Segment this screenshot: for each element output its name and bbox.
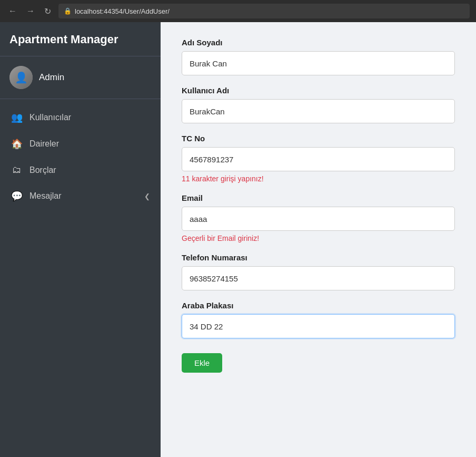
daireler-label: Daireler xyxy=(29,139,150,149)
input-adi-soyadi[interactable] xyxy=(182,51,455,75)
avatar-image: 👤 xyxy=(9,66,33,89)
lock-icon: 🔒 xyxy=(64,7,72,15)
label-tc-no: TC No xyxy=(182,134,455,143)
browser-chrome: ← → ↻ 🔒 localhost:44354/User/AddUser/ xyxy=(0,0,476,22)
forward-button[interactable]: → xyxy=(24,5,37,17)
back-button[interactable]: ← xyxy=(6,5,19,17)
form-group-adi-soyadi: Adı Soyadı xyxy=(182,38,455,75)
label-adi-soyadi: Adı Soyadı xyxy=(182,38,455,47)
input-tc-no[interactable] xyxy=(182,147,455,171)
submit-button[interactable]: Ekle xyxy=(182,353,222,373)
daireler-icon: 🏠 xyxy=(11,138,23,150)
borclar-label: Borçlar xyxy=(29,166,150,175)
input-telefon[interactable] xyxy=(182,266,455,290)
kullanicilar-label: Kullanıcılar xyxy=(29,113,150,122)
input-kullanici-adi[interactable] xyxy=(182,99,455,123)
form-group-kullanici-adi: Kullanıcı Adı xyxy=(182,86,455,123)
error-email: Geçerli bir Email giriniz! xyxy=(182,234,455,242)
label-telefon: Telefon Numarası xyxy=(182,253,455,262)
main-content: Adı Soyadı Kullanıcı Adı TC No 11 karakt… xyxy=(161,22,476,457)
sidebar-nav: 👥 Kullanıcılar 🏠 Daireler 🗂 Borçlar 💬 Me… xyxy=(0,99,161,209)
form-group-araba-plakasi: Araba Plakası xyxy=(182,301,455,338)
app-container: Apartment Manager 👤 Admin 👥 Kullanıcılar… xyxy=(0,22,476,457)
user-section: 👤 Admin xyxy=(0,56,161,99)
error-tc-no: 11 karakter girişi yapınız! xyxy=(182,174,455,183)
url-text: localhost:44354/User/AddUser/ xyxy=(75,7,170,15)
label-email: Email xyxy=(182,193,455,202)
mesajlar-label: Mesajlar xyxy=(29,191,138,201)
avatar: 👤 xyxy=(9,66,33,89)
sidebar-item-mesajlar[interactable]: 💬 Mesajlar ❮ xyxy=(0,183,161,209)
kullanicilar-icon: 👥 xyxy=(11,112,23,123)
form-group-tc-no: TC No 11 karakter girişi yapınız! xyxy=(182,134,455,183)
sidebar-item-borclar[interactable]: 🗂 Borçlar xyxy=(0,157,161,183)
mesajlar-arrow: ❮ xyxy=(144,192,150,200)
sidebar-item-daireler[interactable]: 🏠 Daireler xyxy=(0,131,161,157)
refresh-button[interactable]: ↻ xyxy=(42,5,53,17)
borclar-icon: 🗂 xyxy=(11,164,23,176)
sidebar-item-kullanicilar[interactable]: 👥 Kullanıcılar xyxy=(0,104,161,131)
input-araba-plakasi[interactable] xyxy=(182,314,455,338)
form-group-email: Email Geçerli bir Email giriniz! xyxy=(182,193,455,242)
label-araba-plakasi: Araba Plakası xyxy=(182,301,455,310)
mesajlar-icon: 💬 xyxy=(11,190,23,202)
address-bar[interactable]: 🔒 localhost:44354/User/AddUser/ xyxy=(58,4,470,18)
input-email[interactable] xyxy=(182,207,455,231)
app-title: Apartment Manager xyxy=(0,22,161,56)
username-label: Admin xyxy=(39,72,64,83)
form-group-telefon: Telefon Numarası xyxy=(182,253,455,290)
sidebar: Apartment Manager 👤 Admin 👥 Kullanıcılar… xyxy=(0,22,161,457)
label-kullanici-adi: Kullanıcı Adı xyxy=(182,86,455,95)
